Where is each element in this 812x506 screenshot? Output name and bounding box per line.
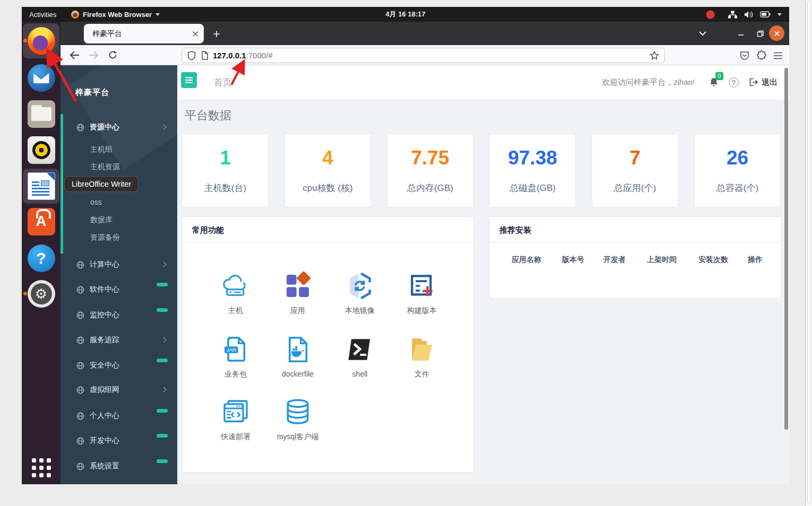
feature-app[interactable]: 应用 [266, 271, 330, 316]
sidebar-item-label: 个人中心 [90, 411, 119, 421]
sidebar-item-compute-center[interactable]: 计算中心 [61, 256, 177, 274]
apps-grid-icon [283, 271, 313, 301]
feature-local-image[interactable]: 本地镜像 [328, 271, 392, 316]
dock-item-firefox[interactable] [22, 24, 61, 57]
back-icon [70, 51, 80, 59]
close-icon [774, 30, 780, 37]
viewer-scrollbar[interactable] [805, 0, 812, 506]
system-tray[interactable] [706, 7, 782, 22]
sidebar-subitem[interactable]: 主机组 [90, 142, 170, 158]
record-dot-icon [706, 10, 715, 19]
tab-title: 梓豪平台 [92, 29, 122, 39]
dock-item-libreoffice-writer[interactable] [22, 170, 61, 203]
help-button[interactable]: ? [729, 77, 739, 88]
globe-icon [76, 261, 84, 269]
page-info-icon[interactable] [201, 51, 209, 60]
sidebar-item-software-center[interactable]: 软件中心 [61, 281, 177, 299]
feature-label: 文件 [390, 370, 454, 379]
ubuntu-software-icon: A [28, 208, 55, 235]
feature-quick-deploy[interactable]: 快速部署 [204, 397, 267, 442]
shield-icon[interactable] [187, 51, 196, 60]
menu-pill-indicator [157, 308, 168, 312]
globe-icon [76, 362, 84, 370]
dock-item-thunderbird[interactable] [22, 62, 61, 94]
feature-host[interactable]: 主机 [204, 271, 267, 316]
sidebar-item-label: 虚拟组网 [90, 385, 119, 395]
dock-item-help[interactable]: ? [22, 242, 61, 275]
feature-shell[interactable]: shell [328, 335, 392, 378]
page-scrollbar[interactable] [784, 68, 788, 430]
show-applications-button[interactable] [22, 451, 61, 484]
stat-card-hosts: 1 主机数(台) [182, 134, 269, 207]
sidebar-item-virtual-network[interactable]: 虚拟组网 [61, 381, 177, 399]
dock-item-settings[interactable]: ⚙ [22, 277, 61, 310]
feature-build-version[interactable]: 构建版本 [390, 271, 454, 316]
feature-label: 应用 [266, 306, 330, 316]
logout-icon [749, 78, 758, 86]
feature-label: 业务包 [204, 370, 267, 379]
notifications-button[interactable]: 0 [709, 77, 719, 88]
files-icon [28, 100, 55, 128]
url-path: :7000/# [246, 51, 273, 60]
build-version-icon [407, 271, 437, 301]
globe-icon [76, 463, 84, 470]
feature-dockerfile[interactable]: dockerfile [266, 335, 330, 378]
minimize-button[interactable] [733, 26, 748, 41]
extensions-puzzle-icon[interactable] [756, 50, 767, 61]
globe-icon [76, 412, 84, 420]
sidebar-toggle-button[interactable] [181, 72, 197, 88]
dock-tooltip: LibreOffice Writer [64, 176, 139, 192]
new-tab-button[interactable] [210, 27, 223, 41]
sidebar-item-service-trace[interactable]: 服务追踪 [61, 331, 177, 349]
sidebar-item-resource-center[interactable]: 资源中心 [61, 118, 177, 136]
chevron-right-icon [161, 337, 167, 343]
reload-button[interactable] [105, 48, 120, 63]
forward-button[interactable] [86, 48, 101, 63]
list-all-tabs-button[interactable] [695, 26, 710, 41]
menu-pill-indicator [157, 434, 168, 438]
menu-pill-indicator [157, 459, 168, 463]
stat-card-apps: 7 总应用(个) [592, 134, 678, 207]
sidebar-item-dev-center[interactable]: 开发中心 [61, 432, 177, 450]
sidebar-subitem[interactable]: 主机资源 [90, 159, 170, 175]
sidebar-subitem[interactable]: oss [90, 194, 170, 210]
globe-icon [76, 311, 84, 319]
dock-item-ubuntu-software[interactable]: A [22, 205, 61, 238]
sidebar-item-personal-center[interactable]: 个人中心 [61, 407, 177, 425]
menu-hamburger-icon[interactable] [773, 52, 783, 59]
sidebar-item-system-settings[interactable]: 系统设置 [61, 457, 177, 475]
breadcrumb[interactable]: 首页 [214, 76, 232, 89]
sidebar-item-monitor-center[interactable]: 监控中心 [61, 306, 177, 324]
browser-tab[interactable]: 梓豪平台 [84, 24, 204, 43]
stat-card-containers: 26 总容器(个) [694, 134, 781, 207]
dock-item-rhythmbox[interactable] [22, 134, 61, 167]
globe-icon [76, 336, 84, 344]
menu-pill-indicator [157, 283, 168, 286]
logout-button[interactable]: 退出 [749, 77, 778, 88]
restore-button[interactable] [753, 26, 767, 41]
sidebar-item-label: 服务追踪 [90, 335, 119, 345]
feature-jar-package[interactable]: JAR 业务包 [204, 335, 267, 379]
clock[interactable]: 4月 16 18:17 [22, 10, 789, 19]
page-content: 梓豪平台 资源中心 主机组 主机资源 oss 数据库 资源备份 计算中心 [61, 65, 789, 484]
url-bar[interactable]: 127.0.0.1:7000/# [182, 48, 665, 63]
sidebar-item-label: 安全中心 [90, 361, 119, 370]
feature-mysql-client[interactable]: mysql客户端 [266, 397, 330, 442]
quick-deploy-icon [221, 397, 250, 427]
stat-label: 总容器(个) [695, 182, 780, 194]
bookmark-star-icon[interactable] [650, 51, 659, 60]
tab-close-icon[interactable] [192, 31, 198, 37]
toolbar-extensions [739, 48, 783, 63]
feature-file[interactable]: 文件 [390, 335, 454, 379]
running-indicator [23, 39, 27, 42]
stat-label: 总磁盘(GB) [490, 182, 575, 194]
feature-label: dockerfile [266, 370, 330, 378]
close-button[interactable] [769, 25, 784, 41]
sidebar-subitem[interactable]: 资源备份 [90, 230, 170, 246]
sidebar-item-security-center[interactable]: 安全中心 [61, 356, 177, 374]
back-button[interactable] [67, 48, 82, 63]
dock-item-files[interactable] [22, 98, 61, 130]
pocket-icon[interactable] [739, 50, 750, 61]
gnome-top-bar: Activities Firefox Web Browser 4月 16 18:… [22, 7, 789, 22]
sidebar-subitem[interactable]: 数据库 [90, 212, 170, 228]
